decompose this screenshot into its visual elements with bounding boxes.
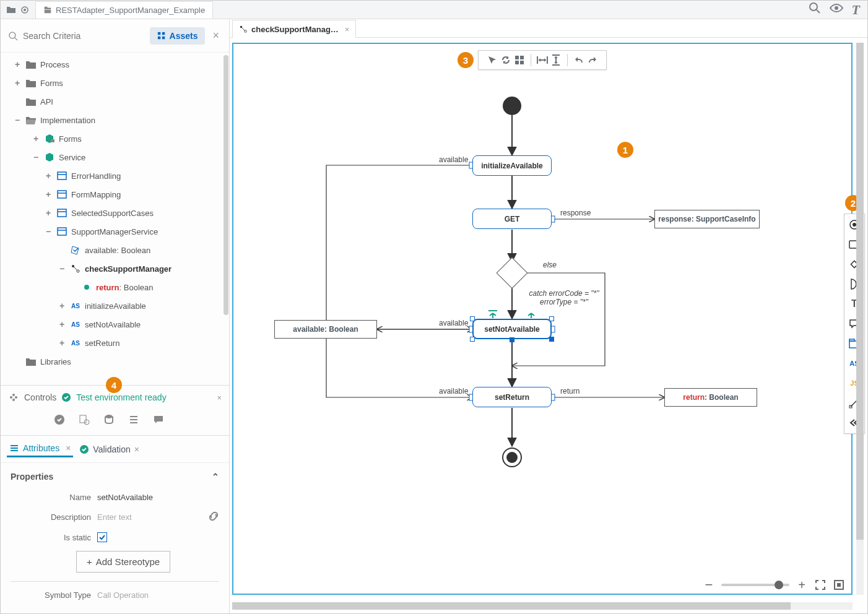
folder-icon	[25, 356, 37, 367]
fullscreen-icon[interactable]	[814, 579, 827, 591]
properties-header[interactable]: Properties ⌃	[11, 472, 219, 482]
project-tab[interactable]: RESTAdapter_SupportManager_Example	[35, 1, 213, 19]
connect-arrow-icon[interactable]	[526, 310, 537, 319]
folder-icon[interactable]	[4, 3, 18, 17]
pin-return[interactable]: return: Boolean	[664, 388, 757, 407]
zoom-in-icon[interactable]: +	[796, 579, 808, 591]
validation-icon	[79, 444, 89, 454]
comment-icon[interactable]	[153, 414, 165, 426]
svg-point-53	[506, 452, 518, 463]
selection-handle[interactable]	[510, 337, 514, 342]
selection-handle[interactable]	[470, 337, 475, 342]
expand-icon[interactable]: +	[58, 319, 66, 329]
tree-available-attr[interactable]: available: Boolean	[1, 241, 229, 259]
prop-label: Description	[11, 512, 91, 522]
expand-icon[interactable]: +	[44, 189, 53, 199]
tree-error-handling[interactable]: + ErrorHandling	[1, 166, 229, 185]
tab-label: checkSupportManag…	[251, 25, 339, 34]
node-initialize-available[interactable]: initializeAvailable	[472, 155, 552, 176]
database-icon[interactable]	[103, 414, 116, 426]
tree-sm-service[interactable]: − SupportManagerService	[1, 222, 229, 241]
zoom-thumb[interactable]	[775, 581, 783, 589]
expand-icon[interactable]: +	[13, 59, 22, 69]
editor-tabs: checkSupportManag… ×	[230, 19, 867, 38]
node-get[interactable]: GET	[472, 209, 552, 229]
text-style-icon[interactable]: T	[852, 2, 860, 18]
search-input[interactable]	[23, 31, 145, 41]
tree-form-mapping[interactable]: + FormMapping	[1, 185, 229, 204]
collapse-icon[interactable]: −	[58, 264, 66, 274]
chevron-up-icon[interactable]: ⌃	[212, 472, 219, 482]
close-icon[interactable]: ×	[210, 27, 222, 45]
tree-impl-forms[interactable]: + Forms	[1, 129, 229, 148]
expand-icon[interactable]: +	[44, 171, 53, 181]
diagram-canvas[interactable]: 3	[232, 43, 853, 595]
tree-forms[interactable]: + Forms	[1, 74, 229, 92]
sidebar: Assets × + Process + Forms API −	[1, 19, 230, 613]
test-env-status[interactable]: Test environment ready	[76, 392, 167, 402]
search-icon[interactable]	[809, 2, 821, 18]
fit-icon[interactable]	[833, 579, 845, 591]
assets-button[interactable]: Assets	[150, 27, 206, 45]
tab-attributes[interactable]: Attributes ×	[7, 441, 73, 457]
close-icon[interactable]: ×	[66, 443, 71, 453]
zoom-out-icon[interactable]: −	[703, 579, 715, 591]
inspect-icon[interactable]	[79, 414, 91, 426]
selection-handle[interactable]	[549, 316, 554, 321]
editor-tab[interactable]: checkSupportManag… ×	[232, 20, 356, 38]
svg-point-27	[84, 420, 89, 425]
tree-return[interactable]: return: Boolean	[1, 278, 229, 296]
selection-handle[interactable]	[470, 316, 475, 321]
tree-service[interactable]: − Service	[1, 148, 229, 166]
pin-response[interactable]: response: SupportCaseInfo	[654, 210, 760, 228]
tree-set-not-available[interactable]: + AS setNotAvailable	[1, 315, 229, 334]
prop-value[interactable]: Enter text	[97, 512, 202, 522]
folder-icon	[25, 77, 37, 89]
pin-available[interactable]: available: Boolean	[274, 320, 377, 339]
node-set-return[interactable]: setReturn	[472, 387, 552, 407]
collapse-icon[interactable]: −	[13, 115, 22, 125]
prop-is-static: Is static	[11, 532, 219, 542]
validate-icon[interactable]	[54, 414, 66, 426]
scrollbar-thumb[interactable]	[232, 602, 791, 610]
tree-libraries[interactable]: Libraries	[1, 352, 229, 371]
zoom-slider[interactable]	[721, 584, 789, 586]
vertical-scrollbar[interactable]	[856, 43, 864, 595]
checkbox[interactable]	[97, 532, 107, 542]
node-set-not-available[interactable]: setNotAvailable	[472, 319, 552, 339]
tree-set-return[interactable]: + AS setReturn	[1, 334, 229, 352]
tree-selected-cases[interactable]: + SelectedSupportCases	[1, 204, 229, 222]
tree-init-available[interactable]: + AS initializeAvailable	[1, 296, 229, 315]
tree-process[interactable]: + Process	[1, 55, 229, 74]
tree-scrollbar[interactable]	[224, 55, 228, 315]
horizontal-scrollbar[interactable]	[232, 602, 853, 610]
svg-point-2	[9, 32, 15, 38]
close-icon[interactable]: ×	[345, 25, 350, 34]
eye-icon[interactable]	[830, 2, 843, 18]
tree-check-sm[interactable]: − checkSupportManager	[1, 259, 229, 278]
expand-icon[interactable]: +	[32, 134, 40, 144]
add-stereotype-button[interactable]: + Add Stereotype	[76, 551, 170, 573]
editor-top-icons: T	[809, 2, 860, 18]
tab-validation[interactable]: Validation ×	[77, 442, 142, 457]
scrollbar-thumb[interactable]	[856, 43, 864, 540]
close-icon[interactable]: ×	[217, 393, 222, 402]
close-icon[interactable]: ×	[134, 444, 139, 454]
expand-icon[interactable]: +	[58, 301, 66, 311]
selection-handle[interactable]	[549, 337, 554, 342]
tree-api[interactable]: API	[1, 92, 229, 111]
collapse-icon[interactable]: −	[32, 152, 40, 162]
activity-icon	[239, 25, 248, 33]
expand-icon[interactable]: +	[58, 338, 66, 348]
connect-arrow-icon[interactable]	[487, 310, 498, 319]
tree-implementation[interactable]: − Implementation	[1, 111, 229, 129]
list-icon[interactable]	[128, 414, 141, 426]
expand-icon[interactable]: +	[13, 78, 22, 88]
expand-icon[interactable]: +	[44, 208, 53, 218]
prop-value[interactable]: setNotAvailable	[97, 493, 219, 502]
svg-rect-26	[80, 415, 86, 423]
package-icon	[44, 152, 55, 163]
collapse-icon[interactable]: −	[44, 227, 53, 236]
gear-icon[interactable]	[18, 3, 32, 17]
link-icon[interactable]	[208, 511, 219, 524]
